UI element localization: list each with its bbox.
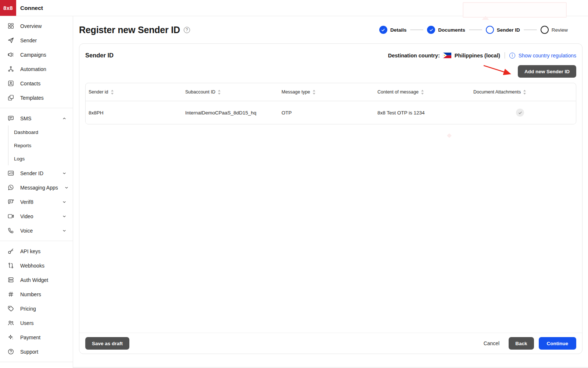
messaging-apps-icon bbox=[7, 184, 14, 191]
chevron-up-icon bbox=[62, 116, 67, 121]
tooltip-pointer-artifact bbox=[482, 16, 489, 20]
sidebar-item-label: Payment bbox=[20, 335, 40, 340]
sort-icon bbox=[218, 90, 221, 95]
step-label: Documents bbox=[438, 27, 465, 33]
sidebar-item-automation[interactable]: Automation bbox=[0, 62, 73, 76]
column-header-content-of-message[interactable]: Content of message bbox=[374, 89, 470, 95]
cancel-button[interactable]: Cancel bbox=[479, 340, 504, 346]
sidebar-item-numbers[interactable]: Numbers bbox=[0, 287, 73, 301]
divider bbox=[0, 108, 73, 108]
sidebar-item-api-keys[interactable]: API keys bbox=[0, 244, 73, 258]
card-body-spacer bbox=[79, 124, 582, 333]
column-header-document-attachments[interactable]: Document Attachments bbox=[470, 89, 576, 95]
templates-icon bbox=[7, 94, 14, 101]
auth-widget-icon bbox=[7, 276, 14, 283]
info-icon: i bbox=[509, 53, 515, 59]
sort-icon bbox=[523, 90, 526, 95]
sidebar-item-video[interactable]: Video bbox=[0, 209, 73, 223]
column-header-sender-id[interactable]: Sender id bbox=[86, 89, 182, 95]
page-title: Register new Sender ID bbox=[79, 25, 180, 35]
support-icon bbox=[7, 348, 14, 355]
users-icon bbox=[7, 319, 14, 326]
continue-button[interactable]: Continue bbox=[539, 337, 577, 350]
sidebar-item-templates[interactable]: Templates bbox=[0, 91, 73, 105]
step-review[interactable]: Review bbox=[541, 26, 568, 34]
app-name: Connect bbox=[20, 5, 43, 11]
sidebar-item-label: API keys bbox=[20, 248, 40, 254]
sender-id-icon bbox=[7, 170, 14, 177]
sidebar-item-label: Voice bbox=[20, 228, 33, 234]
sender-icon bbox=[7, 37, 14, 44]
sidebar-collapse-button[interactable]: Collapse bbox=[0, 365, 73, 368]
sidebar-item-webhooks[interactable]: Webhooks bbox=[0, 258, 73, 273]
sidebar-item-pricing[interactable]: Pricing bbox=[0, 301, 73, 316]
sidebar-item-label: Webhooks bbox=[20, 263, 44, 269]
sidebar-item-contacts[interactable]: Contacts bbox=[0, 76, 73, 91]
sms-icon bbox=[7, 115, 14, 122]
vertical-divider bbox=[505, 52, 505, 59]
sort-icon bbox=[421, 90, 424, 95]
sidebar-item-sms[interactable]: SMS bbox=[0, 111, 73, 125]
check-icon bbox=[518, 110, 523, 115]
sidebar-item-voice[interactable]: Voice bbox=[0, 223, 73, 238]
step-connector bbox=[524, 29, 537, 30]
table-row: 8x8PH InternalDemoCPaaS_8dD15_hq OTP 8x8… bbox=[86, 101, 576, 124]
sidebar-item-label: Pricing bbox=[20, 306, 36, 312]
sidebar-item-label: Sender ID bbox=[20, 170, 43, 176]
sidebar-item-label: Support bbox=[20, 349, 38, 355]
sidebar-subitem-label: Logs bbox=[14, 156, 25, 162]
sidebar-item-sender-id[interactable]: Sender ID bbox=[0, 166, 73, 180]
sidebar-item-label: Messaging Apps bbox=[20, 185, 58, 191]
sidebar-subitem-label: Dashboard bbox=[14, 130, 38, 135]
sidebar-subitem-label: Reports bbox=[14, 143, 31, 148]
sender-id-card: Sender ID Destination country: Philippin… bbox=[79, 43, 582, 354]
campaigns-icon bbox=[7, 51, 14, 58]
step-label: Sender ID bbox=[497, 27, 520, 33]
card-footer: Save as draft Cancel Back Continue bbox=[79, 333, 582, 354]
column-label: Sender id bbox=[89, 89, 108, 95]
verif8-icon bbox=[7, 198, 14, 205]
chevron-down-icon bbox=[62, 171, 67, 176]
page-header: Register new Sender ID ? Details bbox=[73, 16, 588, 43]
8x8-logo[interactable]: 8x8 bbox=[0, 0, 16, 16]
add-new-sender-id-button[interactable]: Add new Sender ID bbox=[518, 65, 576, 78]
step-sender-id[interactable]: Sender ID bbox=[486, 26, 520, 34]
sidebar-item-auth-widget[interactable]: Auth Widget bbox=[0, 273, 73, 287]
sidebar-item-support[interactable]: Support bbox=[0, 344, 73, 359]
help-icon[interactable]: ? bbox=[184, 27, 190, 33]
annotation-arrow bbox=[482, 64, 516, 77]
sidebar-item-messaging-apps[interactable]: Messaging Apps bbox=[0, 180, 73, 195]
sidebar-subitem-dashboard[interactable]: Dashboard bbox=[8, 125, 73, 139]
chevron-down-icon bbox=[62, 228, 67, 233]
back-button[interactable]: Back bbox=[509, 337, 534, 350]
column-header-subaccount-id[interactable]: Subaccount ID bbox=[182, 89, 279, 95]
tooltip-artifact bbox=[463, 2, 567, 18]
sidebar-item-sender[interactable]: Sender bbox=[0, 33, 73, 47]
sort-icon bbox=[312, 90, 316, 95]
sidebar-item-label: Video bbox=[20, 213, 33, 219]
sidebar-item-users[interactable]: Users bbox=[0, 316, 73, 330]
column-label: Content of message bbox=[377, 89, 419, 95]
app-root: 8x8 Connect Overview Sender Campaigns Au… bbox=[0, 0, 588, 368]
step-documents[interactable]: Documents bbox=[427, 26, 465, 34]
sidebar-item-campaigns[interactable]: Campaigns bbox=[0, 47, 73, 62]
divider bbox=[0, 241, 73, 241]
step-connector bbox=[469, 29, 482, 30]
sidebar-item-label: Templates bbox=[20, 95, 44, 101]
sidebar-item-label: Automation bbox=[20, 66, 46, 72]
column-header-message-type[interactable]: Message type bbox=[279, 89, 374, 95]
sidebar-item-label: Campaigns bbox=[20, 52, 46, 58]
sidebar-item-payment[interactable]: Payment bbox=[0, 330, 73, 344]
check-icon bbox=[429, 28, 434, 32]
show-country-regulations-link[interactable]: Show country regulations bbox=[519, 53, 576, 59]
check-icon bbox=[381, 28, 386, 32]
sidebar-subitem-logs[interactable]: Logs bbox=[8, 152, 73, 165]
save-as-draft-button[interactable]: Save as draft bbox=[85, 337, 129, 350]
chevron-down-icon bbox=[64, 185, 69, 190]
sidebar-item-overview[interactable]: Overview bbox=[0, 19, 73, 33]
step-details[interactable]: Details bbox=[379, 26, 406, 34]
step-active-circle bbox=[486, 26, 494, 34]
column-label: Message type bbox=[282, 89, 310, 95]
sidebar-item-verif8[interactable]: Verif8 bbox=[0, 195, 73, 209]
sidebar-subitem-reports[interactable]: Reports bbox=[8, 139, 73, 152]
